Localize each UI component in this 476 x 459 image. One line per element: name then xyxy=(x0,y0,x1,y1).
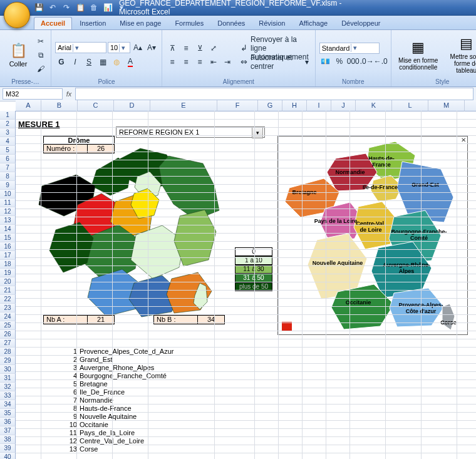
undo-icon[interactable]: ↶ xyxy=(48,3,58,13)
row-header[interactable]: 1 xyxy=(0,111,16,120)
row-header[interactable]: 30 xyxy=(0,365,16,374)
align-center-button[interactable]: ≡ xyxy=(180,56,192,68)
orientation-button[interactable]: ⤢ xyxy=(207,42,220,54)
col-header[interactable]: N xyxy=(465,100,476,111)
reforme-dropdown[interactable]: REFORME REGION EX 1 xyxy=(116,126,265,138)
indent-inc-button[interactable]: ⇥ xyxy=(221,56,234,68)
row-header[interactable]: 13 xyxy=(0,216,16,225)
row-header[interactable]: 36 xyxy=(0,418,16,426)
save-icon[interactable]: 💾 xyxy=(34,3,44,13)
row-header[interactable]: 38 xyxy=(0,435,16,444)
col-header[interactable]: B xyxy=(41,100,78,111)
row-header[interactable]: 5 xyxy=(0,146,16,155)
col-header[interactable]: E xyxy=(150,100,217,111)
row-header[interactable]: 19 xyxy=(0,269,16,277)
conditional-format-button[interactable]: ▦ Mise en forme conditionnelle xyxy=(395,32,442,78)
bold-button[interactable]: G xyxy=(55,56,68,68)
row-headers[interactable]: 1234567891011121314151617181920212223242… xyxy=(0,111,16,459)
row-header[interactable]: 22 xyxy=(0,295,16,304)
col-header[interactable]: A xyxy=(16,100,41,111)
row-header[interactable]: 20 xyxy=(0,277,16,286)
row-header[interactable]: 15 xyxy=(0,234,16,242)
row-header[interactable]: 40 xyxy=(0,453,16,459)
tab-revision[interactable]: Révision xyxy=(252,18,291,29)
col-header[interactable]: K xyxy=(356,100,392,111)
row-header[interactable]: 14 xyxy=(0,225,16,234)
align-bottom-button[interactable]: ⊻ xyxy=(194,42,206,54)
format-table-button[interactable]: ▤ Mettre sous forme de tableau xyxy=(443,32,476,78)
font-color-button[interactable]: A xyxy=(124,56,137,68)
tab-donnees[interactable]: Données xyxy=(211,18,251,29)
row-header[interactable]: 3 xyxy=(0,128,16,137)
worksheet-grid[interactable]: ABCDEFGHIJKLMN 1234567891011121314151617… xyxy=(0,100,476,459)
wrap-text-button[interactable]: ↲Renvoyer à la ligne automatiquement xyxy=(238,42,311,54)
row-header[interactable]: 11 xyxy=(0,199,16,207)
row-header[interactable]: 10 xyxy=(0,190,16,199)
column-headers[interactable]: ABCDEFGHIJKLMN xyxy=(16,100,476,111)
tab-accueil[interactable]: Accueil xyxy=(34,17,72,29)
row-header[interactable]: 7 xyxy=(0,163,16,172)
row-header[interactable]: 17 xyxy=(0,251,16,260)
row-header[interactable]: 31 xyxy=(0,374,16,383)
row-header[interactable]: 35 xyxy=(0,409,16,418)
row-header[interactable]: 27 xyxy=(0,339,16,348)
row-header[interactable]: 32 xyxy=(0,383,16,391)
merge-center-button[interactable]: ⇔Fusionner et centrer ▾ xyxy=(238,56,311,68)
align-right-button[interactable]: ≡ xyxy=(194,56,206,68)
fill-color-button[interactable]: ◍ xyxy=(110,56,123,68)
row-header[interactable]: 39 xyxy=(0,444,16,453)
row-header[interactable]: 34 xyxy=(0,400,16,409)
col-header[interactable]: G xyxy=(258,100,282,111)
font-name-select[interactable]: Arial▾ xyxy=(55,42,106,53)
tab-formules[interactable]: Formules xyxy=(168,18,210,29)
row-header[interactable]: 29 xyxy=(0,356,16,365)
col-header[interactable]: L xyxy=(392,100,428,111)
map-departements[interactable] xyxy=(31,142,225,317)
percent-button[interactable]: % xyxy=(333,55,346,68)
name-box[interactable]: M32 xyxy=(3,88,63,100)
copy-button[interactable]: ⧉ xyxy=(34,49,47,61)
row-header[interactable]: 23 xyxy=(0,304,16,312)
format-painter-button[interactable]: 🖌 xyxy=(34,63,47,75)
col-header[interactable]: F xyxy=(217,100,258,111)
row-header[interactable]: 24 xyxy=(0,312,16,321)
row-header[interactable]: 37 xyxy=(0,426,16,435)
tab-affichage[interactable]: Affichage xyxy=(292,18,334,29)
formula-input[interactable] xyxy=(75,88,473,100)
row-header[interactable]: 28 xyxy=(0,348,16,356)
qat-icon[interactable]: 📊 xyxy=(103,3,113,13)
fx-icon[interactable]: fx xyxy=(63,90,75,98)
row-header[interactable]: 6 xyxy=(0,155,16,163)
col-header[interactable]: M xyxy=(428,100,465,111)
row-header[interactable]: 9 xyxy=(0,181,16,190)
border-button[interactable]: ▦ xyxy=(96,56,109,68)
tab-developpeur[interactable]: Développeur xyxy=(335,18,386,29)
italic-button[interactable]: I xyxy=(69,56,81,68)
currency-button[interactable]: 💶 xyxy=(319,55,332,68)
cut-button[interactable]: ✂ xyxy=(34,35,47,48)
paste-button[interactable]: 📋 Coller xyxy=(4,32,33,78)
col-header[interactable]: H xyxy=(282,100,307,111)
col-header[interactable]: J xyxy=(331,100,356,111)
row-header[interactable]: 25 xyxy=(0,321,16,330)
comma-button[interactable]: 000 xyxy=(347,55,360,68)
close-icon[interactable]: ✕ xyxy=(461,137,466,143)
qat-icon[interactable]: 📋 xyxy=(75,3,85,13)
align-middle-button[interactable]: ≡ xyxy=(180,42,192,54)
number-format-select[interactable]: Standard▾ xyxy=(319,43,380,54)
col-header[interactable]: C xyxy=(78,100,114,111)
shrink-font-button[interactable]: A▾ xyxy=(145,41,158,54)
row-header[interactable]: 8 xyxy=(0,172,16,181)
redo-icon[interactable]: ↷ xyxy=(61,3,71,13)
row-header[interactable]: 4 xyxy=(0,137,16,146)
tab-mise-en-page[interactable]: Mise en page xyxy=(113,18,167,29)
row-header[interactable]: 18 xyxy=(0,260,16,269)
col-header[interactable]: D xyxy=(114,100,150,111)
dec-decimal-button[interactable]: ←.0 xyxy=(375,55,387,68)
tab-insertion[interactable]: Insertion xyxy=(73,18,112,29)
align-top-button[interactable]: ⊼ xyxy=(166,42,178,54)
office-button[interactable] xyxy=(4,2,30,28)
indent-dec-button[interactable]: ⇤ xyxy=(207,56,220,68)
row-header[interactable]: 33 xyxy=(0,391,16,400)
inc-decimal-button[interactable]: .0→ xyxy=(361,55,373,68)
